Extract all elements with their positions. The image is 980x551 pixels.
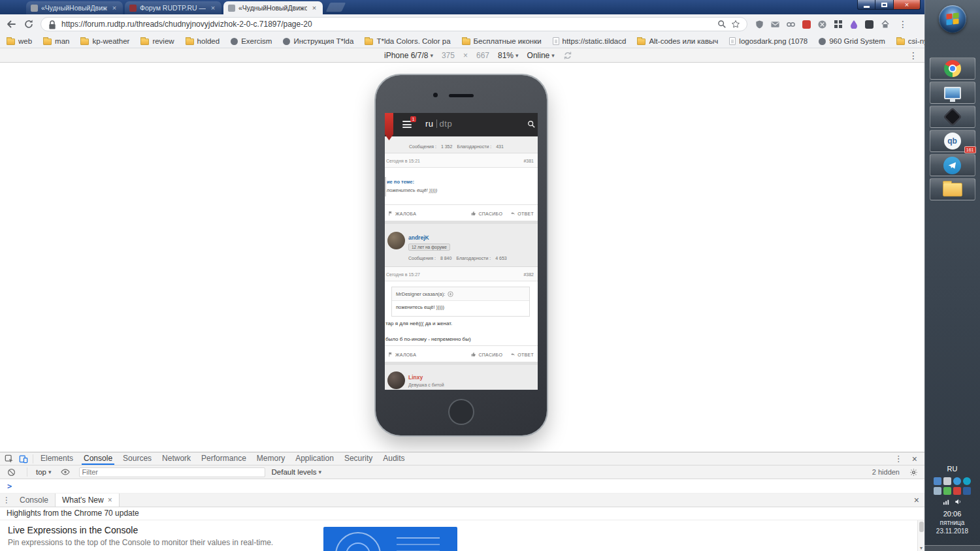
device-select[interactable]: iPhone 6/7/8▾ bbox=[384, 51, 433, 60]
language-indicator[interactable]: RU bbox=[924, 465, 980, 473]
post-date[interactable]: Сегодня в 15:27 bbox=[386, 272, 420, 277]
taskbar-computer-button[interactable] bbox=[930, 82, 975, 104]
browser-tab-2[interactable]: Форум RUDTP.RU — ди × bbox=[125, 1, 221, 14]
tab-console[interactable]: Console bbox=[78, 452, 118, 465]
zoom-select[interactable]: 81%▾ bbox=[498, 51, 519, 60]
tray-app-icon[interactable] bbox=[943, 477, 951, 485]
console-settings-gear-icon[interactable] bbox=[906, 466, 921, 478]
network-bars-icon[interactable] bbox=[943, 498, 950, 505]
bookmark-item[interactable]: csi-ny bbox=[896, 37, 928, 45]
reply-button[interactable]: ОТВЕТ bbox=[510, 352, 534, 357]
article-title[interactable]: Live Expressions in the Console bbox=[8, 525, 138, 535]
device-height-field[interactable]: 667 bbox=[476, 51, 489, 60]
tab-sources[interactable]: Sources bbox=[118, 452, 157, 465]
console-context-select[interactable]: top▾ bbox=[36, 468, 52, 476]
forum-logo[interactable]: ru dtp bbox=[425, 119, 452, 129]
back-button[interactable] bbox=[5, 18, 17, 30]
shield-extension-icon[interactable] bbox=[755, 20, 764, 29]
bookmark-item[interactable]: kp-weather bbox=[80, 37, 129, 45]
devtools-close-icon[interactable]: × bbox=[907, 454, 923, 464]
drawer-close-icon[interactable]: × bbox=[909, 495, 924, 505]
taskbar-qbittorrent-button[interactable]: qb 161 bbox=[930, 130, 975, 152]
bookmark-item[interactable]: Alt-codes или кавыч bbox=[637, 37, 718, 45]
device-width-field[interactable]: 375 bbox=[442, 51, 455, 60]
avatar[interactable] bbox=[387, 371, 405, 389]
thanks-button[interactable]: СПАСИБО bbox=[471, 352, 502, 357]
grid-extension-icon[interactable] bbox=[833, 20, 843, 29]
report-button[interactable]: ЖАЛОБА bbox=[388, 352, 416, 357]
bookmark-item[interactable]: logosdark.png (1078 bbox=[729, 37, 808, 45]
bookmark-item[interactable]: Бесплатные иконки bbox=[462, 37, 542, 45]
tab-close-icon[interactable]: × bbox=[310, 4, 318, 12]
drawer-tab-console[interactable]: Console bbox=[13, 494, 55, 507]
taskbar-box-app-button[interactable] bbox=[930, 106, 975, 128]
red-extension-icon[interactable] bbox=[802, 20, 811, 29]
tab-audits[interactable]: Audits bbox=[378, 452, 410, 465]
clock-time[interactable]: 20:06 bbox=[924, 510, 980, 518]
show-desktop-button[interactable] bbox=[924, 545, 980, 551]
tab-application[interactable]: Application bbox=[290, 452, 339, 465]
scrollbar-thumb[interactable] bbox=[919, 522, 924, 532]
bookmark-item[interactable]: Exercism bbox=[231, 37, 272, 45]
home-extension-icon[interactable] bbox=[880, 20, 890, 29]
device-toolbar-toggle-icon[interactable] bbox=[16, 453, 31, 465]
taskbar-chrome-button[interactable] bbox=[930, 57, 975, 80]
close-button[interactable]: × bbox=[893, 0, 921, 10]
tab-close-icon[interactable]: × bbox=[110, 4, 118, 12]
post-number[interactable]: #382 bbox=[523, 272, 534, 277]
article-preview-image[interactable] bbox=[323, 527, 457, 551]
maximize-button[interactable] bbox=[875, 0, 893, 10]
browser-tab-1[interactable]: «ЧудныйНовыйДвижок × bbox=[26, 1, 123, 14]
tab-memory[interactable]: Memory bbox=[252, 452, 290, 465]
browser-tab-3-active[interactable]: «ЧудныйНовыйДвижок × bbox=[223, 1, 323, 14]
tab-close-icon[interactable]: × bbox=[108, 496, 112, 505]
address-bar[interactable]: https://forum.rudtp.ru/threads/chudnyjno… bbox=[41, 17, 747, 31]
tray-display-icon[interactable] bbox=[934, 487, 941, 495]
scroll-down-icon[interactable]: ▾ bbox=[918, 545, 924, 551]
quote-author[interactable]: MrDesigner сказал(а): bbox=[396, 291, 445, 297]
quote-title[interactable]: ие по теме: bbox=[387, 179, 414, 185]
console-prompt[interactable]: > bbox=[0, 479, 924, 494]
expand-quote-icon[interactable] bbox=[448, 291, 453, 297]
username-link[interactable]: andrejK bbox=[408, 234, 429, 241]
thanks-button[interactable]: СПАСИБО bbox=[471, 211, 502, 216]
live-expression-eye-icon[interactable] bbox=[58, 466, 73, 478]
device-toolbar-menu-icon[interactable]: ⋮ bbox=[909, 51, 918, 60]
volume-icon[interactable] bbox=[955, 498, 962, 505]
hidden-messages-count[interactable]: 2 hidden bbox=[872, 468, 900, 476]
bookmark-star-icon[interactable] bbox=[731, 20, 740, 29]
taskbar-telegram-button[interactable] bbox=[930, 154, 975, 176]
chrome-menu-icon[interactable]: ⋮ bbox=[898, 20, 907, 29]
devtools-menu-icon[interactable]: ⋮ bbox=[890, 454, 907, 463]
bookmark-item[interactable]: holded bbox=[186, 37, 220, 45]
drawer-tab-whats-new[interactable]: What's New × bbox=[55, 494, 120, 507]
minimize-button[interactable] bbox=[857, 0, 875, 10]
blocker-extension-icon[interactable] bbox=[817, 20, 827, 29]
tray-graph-icon[interactable] bbox=[934, 477, 941, 485]
search-icon[interactable] bbox=[527, 120, 535, 128]
log-levels-select[interactable]: Default levels▾ bbox=[272, 468, 322, 476]
tab-security[interactable]: Security bbox=[339, 452, 378, 465]
taskbar-explorer-button[interactable] bbox=[930, 178, 975, 200]
report-button[interactable]: ЖАЛОБА bbox=[388, 211, 416, 216]
tray-red-icon[interactable] bbox=[953, 487, 961, 495]
bookmark-item[interactable]: web bbox=[7, 37, 32, 45]
rotate-icon[interactable] bbox=[563, 51, 572, 60]
scrollbar[interactable]: ▾ bbox=[917, 520, 924, 551]
reload-button[interactable] bbox=[23, 18, 35, 30]
bookmark-item[interactable]: https://static.tildacd bbox=[553, 37, 627, 45]
username-link[interactable]: Linxy bbox=[408, 374, 423, 381]
bookmark-item[interactable]: review bbox=[140, 37, 174, 45]
tray-green-icon[interactable] bbox=[943, 487, 951, 495]
throttling-select[interactable]: Online▾ bbox=[527, 51, 555, 60]
avatar[interactable] bbox=[387, 232, 405, 249]
drawer-menu-icon[interactable]: ⋮ bbox=[0, 494, 13, 507]
mail-extension-icon[interactable] bbox=[770, 20, 780, 29]
reply-button[interactable]: ОТВЕТ bbox=[510, 211, 534, 216]
tab-performance[interactable]: Performance bbox=[196, 452, 252, 465]
start-button[interactable] bbox=[939, 5, 966, 33]
clear-console-icon[interactable] bbox=[4, 466, 18, 478]
tab-elements[interactable]: Elements bbox=[35, 452, 78, 465]
bookmark-item[interactable]: T*lda Colors. Color pa bbox=[365, 37, 450, 45]
vpn-extension-icon[interactable] bbox=[786, 20, 796, 29]
